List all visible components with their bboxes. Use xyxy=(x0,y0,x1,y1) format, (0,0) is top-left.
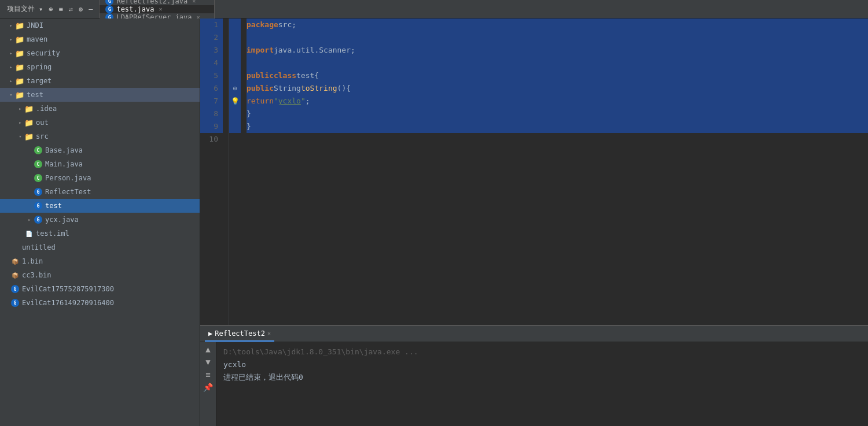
sidebar-item-evilcat1[interactable]: GEvilCat175752875917300 xyxy=(0,282,200,296)
line-number-10: 10 xyxy=(200,133,223,146)
settings-icon[interactable]: ⚙ xyxy=(77,5,84,13)
code-view[interactable]: 12345678910 ⊙💡 package src;import java.u… xyxy=(200,18,868,325)
gutter-icon-6: ⊙ xyxy=(229,82,241,95)
sidebar-label-jndi: JNDI xyxy=(27,21,43,29)
sidebar-item-reflecttest_java[interactable]: GReflectTest xyxy=(0,185,200,199)
sidebar-item-person_java[interactable]: CPerson.java xyxy=(0,171,200,185)
sidebar-label-test_java: test xyxy=(45,202,62,210)
pin-btn[interactable]: 📌 xyxy=(203,383,213,392)
collapse-icon[interactable]: ≡ xyxy=(57,5,64,13)
gutter-icon-1 xyxy=(229,18,241,31)
sidebar-item-untitled[interactable]: untitled xyxy=(0,240,200,254)
tab-icon-reflect_test2: G xyxy=(105,0,113,5)
sidebar-label-test_iml: test.iml xyxy=(36,229,69,238)
sidebar-item-security[interactable]: 📁security xyxy=(0,46,200,60)
arrow-test_folder xyxy=(7,92,15,98)
arrow-spring xyxy=(7,64,15,70)
line-number-5: 5 xyxy=(200,69,223,82)
gutter-icon-9 xyxy=(229,120,241,133)
terminal-output3: 进程已结束，退出代码0 xyxy=(223,371,861,384)
bottom-content: ▲ ▼ ≡ 📌 D:\tools\Java\jdk1.8.0_351\bin\j… xyxy=(200,342,868,426)
scroll-up-btn[interactable]: ▲ xyxy=(205,344,210,354)
sidebar-item-idea[interactable]: 📁.idea xyxy=(0,102,200,116)
tab-icon-test: G xyxy=(105,5,113,13)
gutter-icon-5 xyxy=(229,69,241,82)
sidebar-item-test_folder[interactable]: 📁test xyxy=(0,88,200,102)
sidebar-label-evilcat1: EvilCat175752875917300 xyxy=(22,285,114,293)
file-icon-cc3bin: 📦 xyxy=(10,271,20,280)
line-number-6: 6 xyxy=(200,82,223,95)
gutter-icon-8 xyxy=(229,108,241,120)
code-line-8: } xyxy=(247,108,868,120)
gutter-icon-3 xyxy=(229,44,241,57)
tab-label-reflect_test2: ReflectTest2.java xyxy=(116,0,187,5)
sidebar-item-main_java[interactable]: CMain.java xyxy=(0,157,200,171)
sidebar-label-src: src xyxy=(36,132,49,140)
sync-icon[interactable]: ⊕ xyxy=(47,5,54,13)
sidebar-item-jndi[interactable]: 📁JNDI xyxy=(0,18,200,32)
file-icon-ycx_java: G xyxy=(34,215,43,224)
code-line-9: } xyxy=(247,120,868,133)
tab-label-test: test.java xyxy=(116,5,154,13)
file-icon-bin1: 📦 xyxy=(10,257,20,266)
sidebar-label-cc3bin: cc3.bin xyxy=(22,271,52,279)
file-icon-evilcat1: G xyxy=(10,284,20,294)
wrap-btn[interactable]: ≡ xyxy=(205,370,210,379)
line-number-8: 8 xyxy=(200,108,223,120)
dropdown-icon[interactable]: ▾ xyxy=(37,5,45,13)
sidebar-item-src[interactable]: 📁src xyxy=(0,129,200,143)
expand-icon[interactable]: ⇌ xyxy=(67,5,75,13)
line-number-3: 3 xyxy=(200,44,223,57)
sidebar-item-spring[interactable]: 📁spring xyxy=(0,60,200,74)
sidebar-label-out: out xyxy=(36,118,49,127)
sidebar-label-test_folder: test xyxy=(27,91,43,99)
file-icon-idea: 📁 xyxy=(24,104,34,113)
bottom-panel-header: ▶ ReflectTest2 ✕ xyxy=(200,326,868,342)
line-number-2: 2 xyxy=(200,31,223,44)
arrow-idea xyxy=(16,106,24,112)
sidebar-item-target[interactable]: 📁target xyxy=(0,74,200,88)
tab-close-test[interactable]: ✕ xyxy=(159,6,162,12)
file-icon-evilcat2: G xyxy=(10,298,20,308)
file-icon-untitled xyxy=(10,243,20,252)
bottom-tab-close[interactable]: ✕ xyxy=(267,330,271,336)
tab-close-reflect_test2[interactable]: ✕ xyxy=(192,0,196,4)
sidebar-item-base_java[interactable]: CBase.java xyxy=(0,143,200,157)
sidebar-item-maven[interactable]: 📁maven xyxy=(0,32,200,46)
file-icon-src: 📁 xyxy=(24,132,34,141)
main-area: 📁JNDI📁maven📁security📁spring📁target📁test📁… xyxy=(0,18,868,426)
gutter-icons: ⊙💡 xyxy=(229,18,241,325)
file-icon-maven: 📁 xyxy=(15,35,24,44)
sidebar-item-test_java[interactable]: Gtest xyxy=(0,199,200,213)
arrow-src xyxy=(16,134,24,139)
sidebar-item-out[interactable]: 📁out xyxy=(0,116,200,129)
minimize-icon[interactable]: — xyxy=(87,5,94,13)
code-line-3: import java.util.Scanner; xyxy=(247,44,868,57)
sidebar-item-ycx_java[interactable]: Gycx.java xyxy=(0,213,200,227)
bottom-panel: ▶ ReflectTest2 ✕ ▲ ▼ ≡ 📌 D:\tools\Java\j… xyxy=(200,325,868,426)
sidebar-label-idea: .idea xyxy=(36,105,57,113)
file-icon-test_iml: 📄 xyxy=(24,229,34,238)
file-icon-reflecttest_java: G xyxy=(34,187,43,197)
bottom-tab-reflecttest2[interactable]: ▶ ReflectTest2 ✕ xyxy=(205,326,274,342)
sidebar-label-spring: spring xyxy=(27,63,52,71)
file-icon-base_java: C xyxy=(34,146,43,155)
sidebar-label-ycx_java: ycx.java xyxy=(45,216,79,224)
arrow-jndi xyxy=(7,23,15,28)
file-icon-out: 📁 xyxy=(24,118,34,127)
line-number-9: 9 xyxy=(200,120,223,133)
editor-area: 12345678910 ⊙💡 package src;import java.u… xyxy=(200,18,868,426)
bottom-tab-label: ReflectTest2 xyxy=(215,329,265,338)
tab-reflect_test2[interactable]: GReflectTest2.java✕ xyxy=(100,0,215,5)
sidebar-label-reflecttest_java: ReflectTest xyxy=(45,188,91,196)
sidebar-item-test_iml[interactable]: 📄test.iml xyxy=(0,227,200,240)
tab-test[interactable]: Gtest.java✕ xyxy=(100,5,215,13)
sidebar-item-bin1[interactable]: 📦1.bin xyxy=(0,254,200,268)
code-content[interactable]: package src;import java.util.Scanner;pub… xyxy=(241,18,868,325)
sidebar-item-evilcat2[interactable]: GEvilCat176149270916400 xyxy=(0,296,200,310)
tab-bar: 项目文件 ▾ ⊕ ≡ ⇌ ⚙ — mpom.xml (java_study)✕C… xyxy=(0,0,868,18)
scroll-down-btn[interactable]: ▼ xyxy=(205,357,210,366)
code-line-7: return "ycxlo"; xyxy=(247,95,868,108)
sidebar-item-cc3bin[interactable]: 📦cc3.bin xyxy=(0,268,200,282)
sidebar: 📁JNDI📁maven📁security📁spring📁target📁test📁… xyxy=(0,18,200,426)
